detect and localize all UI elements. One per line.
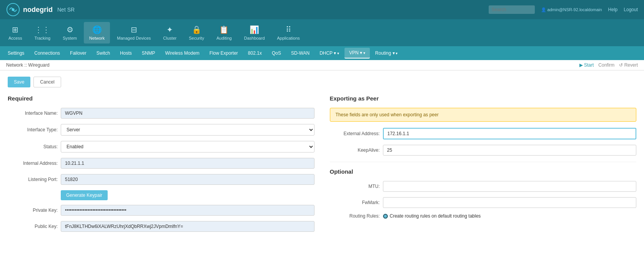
internal-address-row: Internal Address: (8, 158, 315, 169)
routing-rules-row: Routing Rules: Create routing rules on d… (330, 213, 637, 219)
subnav-connections[interactable]: Connections (30, 48, 65, 58)
access-icon: ⊞ (12, 25, 18, 34)
nav-label-auditing: Auditing (216, 36, 232, 40)
right-column: Exporting as Peer These fields are only … (330, 95, 637, 237)
breadcrumb-actions: ▶ Start Confirm ↺ Revert (579, 62, 638, 68)
save-button[interactable]: Save (8, 77, 30, 87)
subnav-wireless-modem[interactable]: Wireless Modem (160, 48, 204, 58)
nav-label-applications: Applications (277, 36, 300, 40)
nav-label-tracking: Tracking (34, 36, 50, 40)
nav-item-system[interactable]: ⚙ System (57, 22, 82, 44)
network-icon: 🌐 (92, 25, 102, 34)
logo-text: nodegrid (23, 6, 53, 14)
subnav-dhcp[interactable]: DHCP ▾ (315, 48, 344, 58)
fwmark-input[interactable] (383, 197, 637, 208)
managed-devices-icon: ⊟ (131, 25, 137, 34)
cluster-icon: ✦ (166, 25, 173, 34)
external-address-row: External Address: (330, 128, 637, 139)
nav-item-auditing[interactable]: 📋 Auditing (211, 22, 237, 44)
nav-item-access[interactable]: ⊞ Access (3, 22, 27, 44)
logout-link[interactable]: Logout (624, 7, 638, 12)
mtu-label: MTU: (330, 184, 380, 189)
subnav-routing[interactable]: Routing ▾ (371, 48, 402, 58)
form-two-col: Required Interface Name: Interface Type:… (8, 95, 636, 237)
private-key-input[interactable] (61, 205, 315, 216)
external-address-input[interactable] (383, 128, 637, 139)
keepalive-input[interactable] (383, 145, 637, 156)
subnav-802-1x[interactable]: 802.1x (243, 48, 266, 58)
subnav-settings[interactable]: Settings (3, 48, 29, 58)
nav-item-network[interactable]: 🌐 Network (84, 22, 110, 44)
confirm-button[interactable]: Confirm (598, 62, 614, 68)
routing-rules-option1: Create routing rules on default routing … (383, 213, 481, 219)
help-link[interactable]: Help (608, 7, 618, 12)
nav-item-cluster[interactable]: ✦ Cluster (158, 22, 182, 44)
svg-point-1 (12, 8, 14, 11)
tracking-icon: ⋮⋮ (35, 25, 50, 34)
warning-box: These fields are only used when exportin… (330, 108, 637, 122)
nav-item-managed-devices[interactable]: ⊟ Managed Devices (111, 22, 156, 44)
nav-item-dashboard[interactable]: 📊 Dashboard (239, 22, 270, 44)
applications-icon: ⠿ (286, 25, 291, 34)
dashboard-icon: 📊 (250, 25, 259, 34)
subnav-hosts[interactable]: Hosts (115, 48, 136, 58)
subnav-failover[interactable]: Failover (65, 48, 91, 58)
interface-type-select[interactable]: Server Client (61, 124, 315, 136)
internal-address-label: Internal Address: (8, 161, 58, 166)
search-input[interactable] (489, 5, 535, 14)
breadcrumb-bar: Network :: Wireguard ▶ Start Confirm ↺ R… (0, 60, 644, 70)
private-key-row: Private Key: (8, 205, 315, 216)
system-icon: ⚙ (67, 25, 73, 34)
subnav-vpn[interactable]: VPN ▾ (344, 48, 370, 59)
nav-label-system: System (63, 36, 77, 40)
interface-type-row: Interface Type: Server Client (8, 124, 315, 136)
routing-rules-options: Create routing rules on default routing … (383, 213, 481, 219)
listening-port-input[interactable] (61, 174, 315, 185)
listening-port-label: Listening Port: (8, 177, 58, 182)
interface-name-row: Interface Name: (8, 108, 315, 119)
generate-keypair-button[interactable]: Generate Keypair (61, 190, 108, 200)
status-label: Status: (8, 144, 58, 149)
status-select[interactable]: Enabled Disabled (61, 141, 315, 152)
subnav-switch[interactable]: Switch (92, 48, 115, 58)
section-divider (330, 162, 637, 162)
revert-button[interactable]: ↺ Revert (619, 62, 638, 68)
routing-rules-option1-label: Create routing rules on default routing … (390, 213, 481, 219)
subnav-sd-wan[interactable]: SD-WAN (286, 48, 314, 58)
optional-section-title: Optional (330, 168, 637, 175)
nav-item-tracking[interactable]: ⋮⋮ Tracking (29, 22, 56, 44)
user-info: 👤 admin@NSR-92.localdomain (541, 7, 602, 12)
start-button[interactable]: ▶ Start (579, 62, 594, 68)
public-key-label: Public Key: (8, 224, 58, 229)
fwmark-label: FwMark: (330, 200, 380, 205)
required-section: Required Interface Name: Interface Type:… (8, 95, 315, 237)
interface-name-label: Interface Name: (8, 111, 58, 116)
action-buttons: Save Cancel (8, 77, 636, 87)
nav-label-cluster: Cluster (163, 36, 176, 40)
mtu-row: MTU: (330, 181, 637, 192)
public-key-input[interactable] (61, 221, 315, 232)
interface-type-label: Interface Type: (8, 127, 58, 132)
cancel-button[interactable]: Cancel (33, 77, 61, 87)
mtu-input[interactable] (383, 181, 637, 192)
interface-name-input[interactable] (61, 108, 315, 119)
nav-label-dashboard: Dashboard (244, 36, 265, 40)
routing-rules-radio1[interactable] (383, 214, 388, 219)
fwmark-row: FwMark: (330, 197, 637, 208)
security-icon: 🔒 (192, 25, 201, 34)
nav-label-access: Access (8, 36, 22, 40)
sub-nav-bar: Settings Connections Failover Switch Hos… (0, 46, 644, 60)
internal-address-input[interactable] (61, 158, 315, 169)
nav-item-security[interactable]: 🔒 Security (183, 22, 210, 44)
status-row: Status: Enabled Disabled (8, 141, 315, 152)
external-address-label: External Address: (330, 131, 380, 136)
exporting-section-title: Exporting as Peer (330, 95, 637, 102)
subnav-snmp[interactable]: SNMP (137, 48, 160, 58)
routing-rules-label: Routing Rules: (330, 213, 380, 219)
top-right-area: 👤 admin@NSR-92.localdomain Help Logout (489, 5, 638, 14)
subnav-qos[interactable]: QoS (267, 48, 286, 58)
nav-item-applications[interactable]: ⠿ Applications (272, 22, 305, 44)
nav-icons-bar: ⊞ Access ⋮⋮ Tracking ⚙ System 🌐 Network … (0, 19, 644, 46)
top-header: nodegrid Net SR 👤 admin@NSR-92.localdoma… (0, 0, 644, 19)
subnav-flow-exporter[interactable]: Flow Exporter (205, 48, 243, 58)
